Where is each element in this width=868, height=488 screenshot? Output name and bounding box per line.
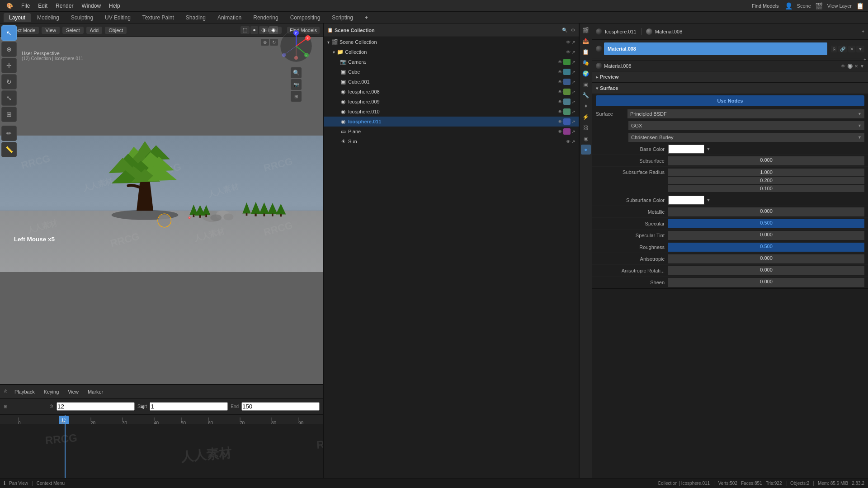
prop-tab-world[interactable]: 🌍 bbox=[581, 69, 591, 79]
rendered-btn[interactable]: ◉ bbox=[269, 26, 278, 34]
prop-tab-constraints[interactable]: ⛓ bbox=[581, 123, 591, 133]
scene-icon[interactable]: 🎬 bbox=[814, 1, 825, 10]
prop-tab-output[interactable]: 📤 bbox=[581, 36, 591, 46]
anisotropic-value[interactable]: 0.000 bbox=[668, 254, 864, 263]
grid-btn[interactable]: ⊞ bbox=[291, 91, 302, 102]
sheen-value[interactable]: 0.000 bbox=[668, 278, 864, 287]
cube001-restrict-icon[interactable]: ↗ bbox=[571, 80, 575, 84]
mat-eye-icon[interactable]: 👁 bbox=[841, 64, 845, 69]
camera-view-btn[interactable]: 📷 bbox=[291, 79, 302, 90]
camera-vis-icon[interactable]: 👁 bbox=[558, 60, 562, 65]
plane-vis-icon[interactable]: 👁 bbox=[558, 129, 562, 134]
outliner-item-sun[interactable]: ☀ Sun 👁 ↗ bbox=[324, 136, 579, 146]
material-list-item[interactable]: Material.008 bbox=[604, 42, 827, 55]
camera-restrict-icon[interactable]: ↗ bbox=[571, 60, 575, 65]
zoom-in-btn[interactable]: 🔍 bbox=[291, 67, 302, 78]
solid-btn[interactable]: ● bbox=[250, 26, 258, 34]
mat-x-icon[interactable]: ✕ bbox=[854, 64, 858, 69]
subsurface-method-dropdown[interactable]: Christensen-Burley ▼ bbox=[628, 133, 864, 142]
ico011-restrict-icon[interactable]: ↗ bbox=[571, 119, 575, 124]
preview-header[interactable]: ▸ Preview bbox=[592, 71, 868, 82]
tab-modeling[interactable]: Modeling bbox=[32, 13, 65, 22]
orientation-gizmo[interactable]: Z X Y bbox=[278, 28, 314, 64]
ico010-restrict-icon[interactable]: ↗ bbox=[571, 109, 575, 114]
subsurface-value[interactable]: 0.000 bbox=[668, 156, 864, 165]
3d-viewport[interactable]: RRCG 人人素材 RRCG 人人素材 RRCG 人人素材 RRCG 人人素材 … bbox=[0, 23, 323, 384]
mat-panel-options[interactable]: + bbox=[863, 57, 866, 62]
prop-tab-scene[interactable]: 🎭 bbox=[581, 58, 591, 68]
outliner-item-collection[interactable]: ▾ 📁 Collection 👁 ↗ bbox=[324, 47, 579, 57]
view-layer-icon[interactable]: 📋 bbox=[854, 1, 865, 10]
mat-render-icon[interactable]: 🔘 bbox=[847, 64, 853, 69]
collection-eye-icon[interactable]: 👁 bbox=[566, 50, 571, 55]
specular-tint-value[interactable]: 0.000 bbox=[668, 231, 864, 240]
sun-restrict-icon[interactable]: ↗ bbox=[571, 139, 575, 144]
object-btn[interactable]: Object bbox=[105, 27, 127, 34]
outliner-item-plane[interactable]: ▭ Plane 👁 ↗ bbox=[324, 127, 579, 136]
prop-tab-material[interactable]: ● bbox=[581, 145, 591, 155]
overlay-btn[interactable]: ⊕ bbox=[261, 39, 269, 46]
tool-scale[interactable]: ⤡ bbox=[1, 90, 17, 106]
tool-transform[interactable]: ⊞ bbox=[1, 107, 17, 122]
specular-value[interactable]: 0.500 bbox=[668, 219, 864, 228]
subsurface-radius-z[interactable]: 0.100 bbox=[668, 185, 864, 192]
playback-menu[interactable]: Playback bbox=[12, 388, 38, 395]
outliner-item-camera[interactable]: 📷 Camera 👁 ↗ bbox=[324, 57, 579, 67]
select-btn[interactable]: Select bbox=[62, 27, 84, 34]
tool-measure[interactable]: 📏 bbox=[1, 142, 17, 157]
tab-layout[interactable]: Layout bbox=[4, 13, 31, 22]
menu-file[interactable]: File bbox=[18, 2, 33, 10]
tab-texture-paint[interactable]: Texture Paint bbox=[137, 13, 179, 22]
tab-animation[interactable]: Animation bbox=[212, 13, 247, 22]
collection-pointer-icon[interactable]: ↗ bbox=[571, 50, 575, 55]
ico008-restrict-icon[interactable]: ↗ bbox=[571, 89, 575, 94]
use-nodes-button[interactable]: Use Nodes bbox=[596, 95, 864, 106]
cube-restrict-icon[interactable]: ↗ bbox=[571, 70, 575, 75]
current-frame-input[interactable] bbox=[57, 402, 135, 411]
header-icon-1[interactable]: 👤 bbox=[783, 1, 794, 10]
scene-eye-icon[interactable]: 👁 bbox=[566, 40, 571, 45]
prop-tab-view-layer[interactable]: 📋 bbox=[581, 47, 591, 57]
tool-rotate[interactable]: ↻ bbox=[1, 74, 17, 89]
menu-render[interactable]: Render bbox=[52, 2, 77, 10]
wireframe-btn[interactable]: ⬚ bbox=[241, 26, 250, 34]
view-btn[interactable]: View bbox=[42, 27, 60, 34]
ico008-vis-icon[interactable]: 👁 bbox=[558, 89, 562, 94]
outliner-item-ico011[interactable]: ◉ Icosphere.011 👁 ↗ bbox=[324, 117, 579, 127]
subsurface-color-swatch[interactable] bbox=[668, 196, 704, 205]
tab-rendering[interactable]: Rendering bbox=[248, 13, 283, 22]
prop-tab-particles[interactable]: ✦ bbox=[581, 101, 591, 111]
marker-menu[interactable]: Marker bbox=[85, 388, 106, 395]
tab-scripting[interactable]: Scripting bbox=[326, 13, 359, 22]
base-color-options[interactable]: ▼ bbox=[706, 146, 711, 151]
subsurface-color-options[interactable]: ▼ bbox=[706, 197, 711, 202]
prop-tab-modifiers[interactable]: 🔧 bbox=[581, 90, 591, 100]
gizmo-btn-vp[interactable]: ↻ bbox=[270, 39, 278, 46]
mat-copy-icon[interactable]: ⎘ bbox=[831, 46, 837, 52]
tool-annotate[interactable]: ✏ bbox=[1, 126, 17, 141]
mat-options-icon[interactable]: ▼ bbox=[856, 46, 864, 52]
cube001-vis-icon[interactable]: 👁 bbox=[558, 80, 562, 84]
lp-btn[interactable]: ◑ bbox=[259, 26, 268, 34]
tab-add[interactable]: + bbox=[359, 13, 373, 22]
outliner-item-ico010[interactable]: ◉ Icosphere.010 👁 ↗ bbox=[324, 107, 579, 117]
tab-shading[interactable]: Shading bbox=[180, 13, 211, 22]
cube-vis-icon[interactable]: 👁 bbox=[558, 70, 562, 75]
scene-pointer-icon[interactable]: ↗ bbox=[571, 40, 575, 45]
mat-delete-icon[interactable]: ✕ bbox=[848, 46, 855, 52]
prop-tab-physics[interactable]: ⚡ bbox=[581, 112, 591, 122]
keying-menu[interactable]: Keying bbox=[41, 388, 62, 395]
prop-add-icon[interactable]: + bbox=[862, 29, 864, 34]
add-btn[interactable]: Add bbox=[86, 27, 103, 34]
ico009-vis-icon[interactable]: 👁 bbox=[558, 99, 562, 104]
tab-uv-editing[interactable]: UV Editing bbox=[99, 13, 136, 22]
outliner-options-icon[interactable]: ⚙ bbox=[571, 28, 575, 33]
anisotropic-rotation-value[interactable]: 0.000 bbox=[668, 266, 864, 275]
tab-sculpting[interactable]: Sculpting bbox=[66, 13, 99, 22]
tool-move[interactable]: ✛ bbox=[1, 58, 17, 73]
outliner-item-cube001[interactable]: ▣ Cube.001 👁 ↗ bbox=[324, 77, 579, 87]
start-frame-input[interactable] bbox=[150, 402, 228, 411]
sun-vis-icon[interactable]: 👁 bbox=[566, 139, 571, 144]
base-color-swatch[interactable] bbox=[668, 145, 704, 154]
tab-compositing[interactable]: Compositing bbox=[285, 13, 326, 22]
